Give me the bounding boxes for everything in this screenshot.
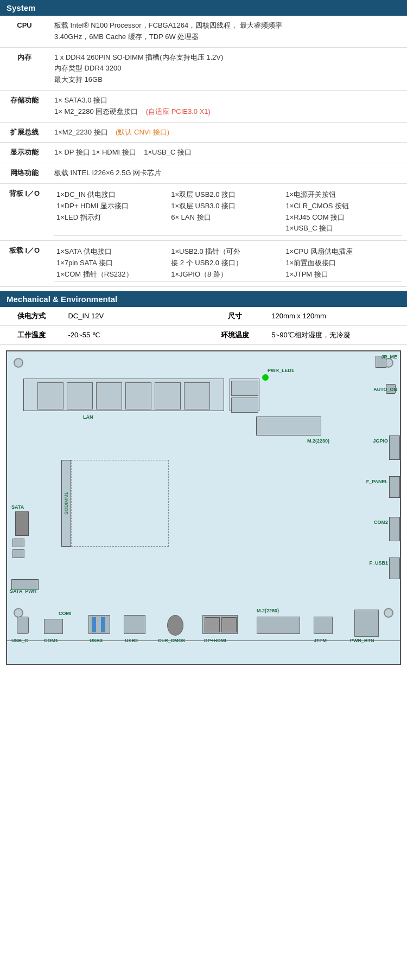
cpu-label: CPU: [0, 16, 49, 47]
lan-port-3: [96, 382, 122, 409]
com2-conn: [389, 517, 400, 541]
worktemp-value: -20~55 ℃: [62, 325, 204, 344]
mechanical-section: Mechanical & Environmental 供电方式 DC_IN 12…: [0, 291, 407, 345]
board-diagram: LAN PWR_LED1 JP_ME AUTO_ON M.2(2230) JGP…: [6, 350, 401, 665]
network-label: 网络功能: [0, 163, 49, 184]
jgpio-label: JGPIO: [373, 438, 388, 444]
network-value: 板载 INTEL I226×6 2.5G 网卡芯片: [49, 163, 407, 184]
screw-br: [384, 608, 393, 618]
table-row: 显示功能 1× DP 接口 1× HDMI 接口 1×USB_C 接口: [0, 143, 407, 163]
comi-label: COMI: [59, 611, 72, 616]
sodimm-area: [71, 460, 169, 547]
com2-label: COM2: [374, 520, 388, 525]
fusb1-label: F_USB1: [369, 560, 388, 566]
mechanical-title: Mechanical & Environmental: [0, 291, 407, 307]
onboard-value: 1×SATA 供电接口 1×7pin SATA 接口 1×COM 插针（RS23…: [49, 241, 407, 286]
table-row: 网络功能 板载 INTEL I226×6 2.5G 网卡芯片: [0, 163, 407, 184]
onboard-label: 板载 I／O: [0, 241, 49, 286]
size-value: 120mm x 120mm: [266, 307, 407, 326]
sodimm-label: SODIMM1: [63, 492, 69, 515]
expansion-highlight: (默认 CNVI 接口): [116, 128, 169, 136]
lan-label: LAN: [83, 414, 93, 420]
table-row: 扩展总线 1×M2_2230 接口 (默认 CNVI 接口): [0, 122, 407, 143]
table-row: 背板 I／O 1×DC_IN 供电接口 1×DP+ HDMI 显示接口 1×LE…: [0, 183, 407, 240]
lan-port-4: [125, 382, 151, 409]
dp-port: [205, 617, 220, 632]
com1-container: [44, 619, 63, 634]
lan-port-2: [67, 382, 93, 409]
envtemp-value: 5~90℃相对湿度，无冷凝: [266, 325, 407, 344]
envtemp-label: 环境温度: [204, 325, 266, 344]
size-label: 尺寸: [204, 307, 266, 326]
backpanel-label: 背板 I／O: [0, 183, 49, 240]
pwr-btn-container: [354, 610, 379, 637]
dp-hdmi-port: [202, 615, 238, 634]
m2-2230-label: M.2(2230): [307, 438, 329, 444]
com1-port: [44, 619, 63, 634]
power-value: DC_IN 12V: [62, 307, 204, 326]
sata-pwr-label: SATA_PWR: [10, 588, 36, 594]
sata-label: SATA: [11, 504, 24, 510]
sata-conn: [15, 511, 29, 536]
table-row: CPU 板载 Intel® N100 Processor，FCBGA1264，四…: [0, 16, 407, 47]
clr-cmos-container: [167, 615, 183, 636]
jpme-label: JP_ME: [381, 354, 397, 360]
sodimm-slot: SODIMM1: [61, 460, 71, 547]
mech-table: 供电方式 DC_IN 12V 尺寸 120mm x 120mm 工作温度 -20…: [0, 307, 407, 345]
jtpm-container: [314, 617, 333, 634]
display-label: 显示功能: [0, 143, 49, 163]
usb3-blue-tab2: [101, 617, 105, 632]
table-row: 内存 1 x DDR4 260PIN SO-DIMM 插槽(内存支持电压 1.2…: [0, 47, 407, 90]
table-row: 工作温度 -20~55 ℃ 环境温度 5~90℃相对湿度，无冷凝: [0, 325, 407, 344]
usb2-port: [124, 615, 145, 634]
backpanel-value: 1×DC_IN 供电接口 1×DP+ HDMI 显示接口 1×LED 指示灯 1…: [49, 183, 407, 240]
m2-2230-slot: [256, 417, 321, 435]
clr-cmos-port: [167, 615, 183, 636]
memory-label: 内存: [0, 47, 49, 90]
expansion-label: 扩展总线: [0, 122, 49, 143]
lan-port-6: [184, 382, 210, 409]
system-title: System: [0, 0, 407, 16]
sata-small-conn2: [12, 549, 24, 558]
table-row: 板载 I／O 1×SATA 供电接口 1×7pin SATA 接口 1×COM …: [0, 241, 407, 286]
jtpm-port: [314, 617, 333, 634]
cpu-value: 板载 Intel® N100 Processor，FCBGA1264，四核四线程…: [49, 16, 407, 47]
storage-value: 1× SATA3.0 接口 1× M2_2280 固态硬盘接口 (自适应 PCI…: [49, 90, 407, 122]
table-row: 供电方式 DC_IN 12V 尺寸 120mm x 120mm: [0, 307, 407, 326]
autoon-label: AUTO_ON: [373, 387, 397, 392]
usb2-container: [124, 615, 145, 634]
expansion-value: 1×M2_2230 接口 (默认 CNVI 接口): [49, 122, 407, 143]
dp-hdmi-container: [202, 615, 238, 634]
pwr-led-indicator: [262, 374, 269, 381]
jgpio-conn: [389, 435, 400, 460]
fpanel-conn: [389, 476, 400, 498]
pwr-led1-label: PWR_LED1: [268, 368, 294, 373]
hdmi-port: [221, 617, 237, 632]
pwr-btn-port: [354, 610, 379, 637]
system-section: System CPU 板载 Intel® N100 Processor，FCBG…: [0, 0, 407, 287]
worktemp-label: 工作温度: [0, 325, 62, 344]
usb-c-bottom-container: [17, 617, 29, 634]
power-label: 供电方式: [0, 307, 62, 326]
board-diagram-container: LAN PWR_LED1 JP_ME AUTO_ON M.2(2230) JGP…: [0, 345, 407, 670]
spec-table: CPU 板载 Intel® N100 Processor，FCBGA1264，四…: [0, 16, 407, 287]
screw-tl: [14, 358, 23, 368]
usb3-container: [88, 615, 110, 634]
memory-value: 1 x DDR4 260PIN SO-DIMM 插槽(内存支持电压 1.2V) …: [49, 47, 407, 90]
m2-2280-container: [257, 617, 300, 634]
usb3-port: [88, 615, 110, 634]
lan-port-5: [155, 382, 181, 409]
storage-highlight: (自适应 PCIE3.0 X1): [146, 107, 211, 116]
display-value: 1× DP 接口 1× HDMI 接口 1×USB_C 接口: [49, 143, 407, 163]
usb-top-area: [230, 379, 259, 411]
fpanel-label: F_PANEL: [366, 479, 388, 484]
lan-port-1: [37, 382, 63, 409]
board-bottom-line: [7, 640, 400, 641]
fusb1-conn: [389, 558, 400, 579]
usb3-blue-tab1: [92, 617, 96, 632]
storage-label: 存储功能: [0, 90, 49, 122]
table-row: 存储功能 1× SATA3.0 接口 1× M2_2280 固态硬盘接口 (自适…: [0, 90, 407, 122]
sata-small-conn1: [12, 539, 24, 547]
m2-2280-port: [257, 617, 300, 634]
m2-2280-label: M.2(2280): [257, 608, 279, 613]
